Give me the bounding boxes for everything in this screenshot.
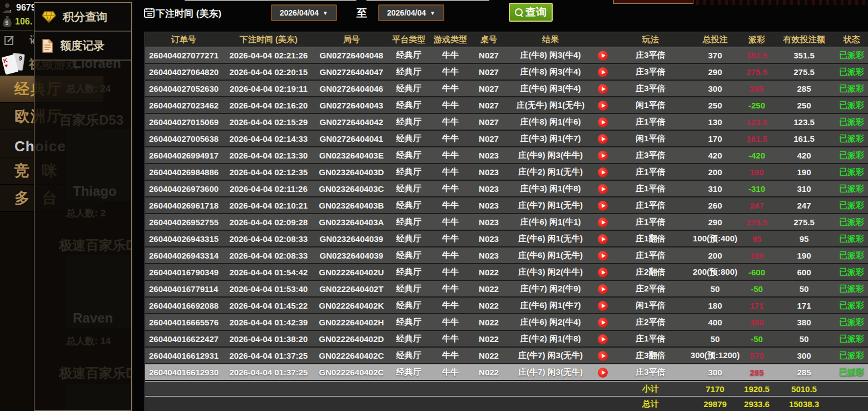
table-row[interactable]: 260404026984886 2026-04-04 02:12:35 GN02… — [145, 164, 868, 181]
cell-valid-bet: 123.5 — [773, 117, 835, 127]
replay-button[interactable] — [598, 284, 608, 294]
replay-button[interactable] — [598, 217, 608, 227]
replay-button[interactable] — [598, 184, 608, 194]
replay-button[interactable] — [598, 301, 608, 311]
cell-platform-type: 经典厅 — [388, 300, 430, 311]
table-row[interactable]: 260404027064820 2026-04-04 02:20:15 GN02… — [145, 64, 868, 81]
cell-order-id: 260404016779114 — [145, 284, 222, 294]
table-row[interactable]: 260404027052630 2026-04-04 02:19:11 GN02… — [145, 81, 868, 97]
header-game-type: 游戏类型 — [430, 34, 471, 45]
cell-platform-type: 经典厅 — [388, 350, 430, 361]
cell-bet-time: 2026-04-04 02:21:26 — [222, 51, 315, 60]
replay-button[interactable] — [598, 234, 608, 244]
table-row[interactable]: 260404016790349 2026-04-04 01:54:42 GN02… — [145, 264, 868, 281]
table-row[interactable]: 260404016612930 2026-04-04 01:37:25 GN02… — [145, 364, 868, 381]
replay-button[interactable] — [598, 368, 608, 378]
date-to-select[interactable]: 2026/04/04▼ — [378, 4, 444, 21]
cell-total-bet: 170 — [690, 134, 740, 143]
cell-payout: 285 — [740, 368, 773, 377]
cell-game-type: 牛牛 — [430, 267, 471, 278]
table-row[interactable]: 260404026961718 2026-04-04 02:10:21 GN02… — [145, 197, 868, 214]
cell-result: 庄(牛7) 闲2(牛9) — [507, 284, 594, 294]
cell-bet-time: 2026-04-04 02:10:21 — [222, 201, 315, 210]
query-toolbar: 下注时间 (美东) 2026/04/04▼ 至 2026/04/04▼ 查询 — [133, 0, 868, 27]
cell-result: 庄(牛3) 闲1(牛8) — [507, 184, 594, 194]
cell-bet-time: 2026-04-04 02:08:33 — [222, 234, 315, 244]
subtotal-total-bet: 7170 — [690, 384, 740, 394]
replay-button[interactable] — [598, 51, 608, 61]
header-valid-bet: 有效投注额 — [773, 34, 835, 45]
cell-game-type: 牛牛 — [430, 117, 471, 127]
balance-value: 106. — [15, 17, 32, 27]
table-row[interactable]: 260404027015069 2026-04-04 02:15:29 GN02… — [145, 114, 868, 131]
replay-button[interactable] — [598, 67, 608, 77]
table-row[interactable]: 260404016692088 2026-04-04 01:45:22 GN02… — [145, 298, 868, 314]
replay-button[interactable] — [598, 318, 608, 328]
replay-button[interactable] — [598, 251, 608, 261]
cell-platform-type: 经典厅 — [388, 100, 430, 111]
cell-bet-time: 2026-04-04 02:16:20 — [222, 101, 315, 110]
replay-button[interactable] — [598, 351, 608, 361]
cell-table-no: N022 — [471, 351, 507, 360]
date-to-value: 2026/04/04 — [387, 8, 426, 17]
edit-icon[interactable] — [4, 35, 15, 46]
cell-table-no: N027 — [471, 84, 507, 93]
play-icon — [602, 320, 606, 325]
svg-text:$: $ — [6, 20, 9, 26]
cell-total-bet: 100(预:400) — [690, 234, 740, 244]
cell-bet-time: 2026-04-04 02:14:33 — [222, 134, 315, 143]
cell-status: 已派彩 — [835, 184, 868, 194]
table-row[interactable]: 260404026994917 2026-04-04 02:13:30 GN02… — [145, 147, 868, 164]
query-button[interactable]: 查询 — [509, 3, 553, 22]
cell-result: 庄(牛2) 闲1(无牛) — [507, 167, 594, 177]
menu-item-points-query[interactable]: 积分查询 — [34, 3, 131, 32]
table-row[interactable]: 260404027005638 2026-04-04 02:14:33 GN02… — [145, 131, 868, 147]
cell-valid-bet: 247 — [773, 201, 835, 210]
replay-button[interactable] — [598, 167, 608, 177]
menu-item-quota-record[interactable]: 额度记录 — [34, 32, 131, 61]
cell-valid-bet: 420 — [773, 151, 835, 160]
table-row[interactable]: 260404026943314 2026-04-04 02:08:33 GN02… — [145, 247, 868, 264]
cell-game-type: 牛牛 — [430, 250, 471, 261]
replay-button[interactable] — [598, 201, 608, 211]
cell-order-id: 260404016692088 — [145, 301, 222, 310]
replay-button[interactable] — [598, 268, 608, 278]
replay-button[interactable] — [598, 134, 608, 144]
cell-order-id: 260404026952755 — [145, 217, 222, 227]
cell-platform-type: 经典厅 — [388, 367, 430, 378]
cell-platform-type: 经典厅 — [388, 317, 430, 328]
table-row[interactable]: 260404016779114 2026-04-04 01:53:40 GN02… — [145, 281, 868, 298]
cell-status: 已派彩 — [835, 100, 868, 111]
replay-button[interactable] — [598, 84, 608, 94]
cell-total-bet: 50 — [690, 284, 740, 294]
header-result: 结果 — [507, 34, 594, 45]
table-row[interactable]: 260404027077271 2026-04-04 02:21:26 GN02… — [145, 47, 868, 64]
grand-total-valid-bet: 15038.3 — [773, 399, 835, 409]
table-row[interactable]: 260404016612931 2026-04-04 01:37:25 GN02… — [145, 348, 868, 364]
table-row[interactable]: 260404026952755 2026-04-04 02:09:28 GN02… — [145, 214, 868, 231]
cell-result: 庄(牛7) 闲3(无牛) — [507, 350, 594, 361]
cell-total-bet: 300 — [690, 368, 740, 377]
cell-status: 已派彩 — [835, 234, 868, 244]
cell-status: 已派彩 — [835, 300, 868, 311]
table-row[interactable]: 260404026973600 2026-04-04 02:11:26 GN02… — [145, 181, 868, 197]
table-row[interactable]: 260404026943315 2026-04-04 02:08:33 GN02… — [145, 231, 868, 247]
replay-button[interactable] — [598, 334, 608, 344]
cell-round-id: GN0222640402T — [315, 284, 388, 294]
menu-item-label: 积分查询 — [63, 9, 107, 24]
cell-valid-bet: 285 — [773, 84, 835, 93]
replay-button[interactable] — [598, 117, 608, 127]
table-row[interactable]: 260404016622427 2026-04-04 01:38:20 GN02… — [145, 331, 868, 348]
cell-round-id: GN02326404039 — [315, 251, 388, 260]
table-row[interactable]: 260404016665576 2026-04-04 01:42:39 GN02… — [145, 314, 868, 331]
replay-button[interactable] — [598, 151, 608, 161]
cell-play-method: 庄3平倍 — [611, 50, 690, 61]
header-bet-time: 下注时间 (美东) — [222, 34, 315, 45]
replay-button[interactable] — [598, 101, 608, 111]
date-from-select[interactable]: 2026/04/04▼ — [271, 4, 337, 21]
cell-play-method: 庄1翻倍 — [611, 234, 690, 244]
table-row[interactable]: 260404027023462 2026-04-04 02:16:20 GN02… — [145, 97, 868, 114]
bet-records-table: 订单号 下注时间 (美东) 局号 平台类型 游戏类型 桌号 结果 玩法 总投注 … — [145, 32, 868, 411]
cell-valid-bet: 300 — [773, 351, 835, 360]
query-button-label: 查询 — [525, 5, 547, 19]
